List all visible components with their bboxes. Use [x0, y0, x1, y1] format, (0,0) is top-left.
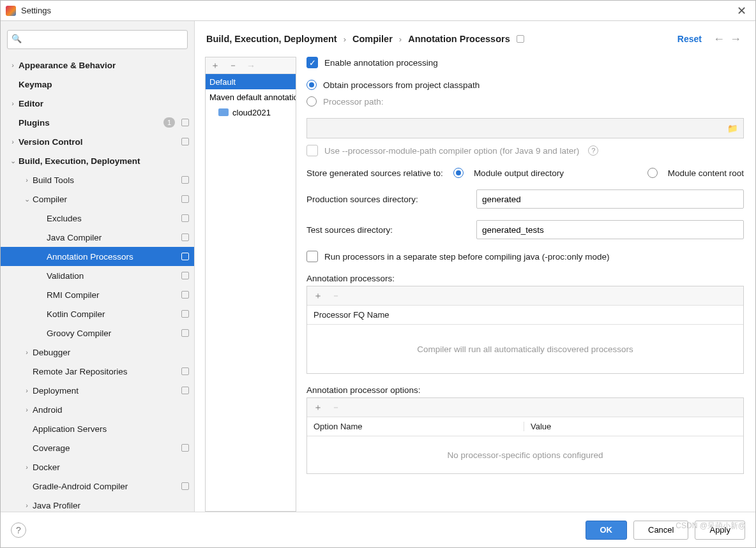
sidebar-item-android[interactable]: ›Android [1, 400, 194, 419]
module-path-label: Use --processor-module-path compiler opt… [324, 146, 579, 156]
sidebar-item-compiler[interactable]: ⌄Compiler [1, 189, 194, 209]
sidebar-item-label: Version Control [19, 137, 179, 147]
remove-icon: － [331, 402, 340, 413]
reset-link[interactable]: Reset [677, 34, 702, 44]
run-separate-checkbox[interactable] [306, 251, 318, 262]
crumb-build[interactable]: Build, Execution, Deployment [206, 34, 337, 44]
profile-item[interactable]: Maven default annotation processors prof… [206, 89, 296, 105]
project-scope-icon [181, 387, 189, 394]
sidebar-item-groovy-compiler[interactable]: Groovy Compiler [1, 323, 194, 343]
chevron-right-icon: › [21, 387, 33, 394]
prod-dir-input[interactable] [476, 189, 744, 209]
profiles-toolbar: ＋ － → [206, 57, 296, 74]
apo-header-name: Option Name [307, 422, 524, 431]
chevron-right-icon: › [7, 61, 19, 69]
sidebar-item-java-profiler[interactable]: ›Java Profiler [1, 496, 194, 512]
crumb-compiler[interactable]: Compiler [352, 34, 393, 44]
profile-label: Default [209, 77, 236, 87]
close-icon[interactable]: ✕ [733, 4, 750, 18]
sidebar-item-remote-jar-repositories[interactable]: Remote Jar Repositories [1, 362, 194, 381]
profile-label: Maven default annotation processors prof… [209, 93, 296, 102]
sidebar-item-label: Excludes [47, 214, 179, 223]
sidebar-item-gradle-android-compiler[interactable]: Gradle-Android Compiler [1, 477, 194, 496]
sidebar-item-editor[interactable]: ›Editor [1, 94, 194, 113]
sidebar-item-keymap[interactable]: Keymap [1, 75, 194, 94]
project-scope-icon [181, 176, 189, 184]
store-module-output-radio[interactable] [453, 168, 464, 178]
remove-icon[interactable]: － [229, 60, 238, 71]
help-icon[interactable]: ? [588, 145, 598, 156]
sidebar-item-label: Appearance & Behavior [19, 61, 189, 70]
enable-annotation-checkbox[interactable]: ✓ [306, 57, 318, 68]
project-scope-icon [181, 272, 189, 279]
sidebar-item-rmi-compiler[interactable]: RMI Compiler [1, 285, 194, 304]
chevron-right-icon: › [7, 138, 19, 145]
apo-header-value: Value [524, 422, 557, 431]
sidebar-item-label: Application Servers [33, 424, 189, 434]
project-scope-icon [181, 138, 189, 145]
profile-item[interactable]: cloud2021 [206, 105, 296, 120]
sidebar-item-kotlin-compiler[interactable]: Kotlin Compiler [1, 304, 194, 323]
sidebar-item-plugins[interactable]: Plugins1 [1, 113, 194, 132]
count-badge: 1 [163, 117, 175, 128]
sidebar-item-label: Debugger [33, 348, 189, 357]
folder-icon[interactable]: 📁 [727, 123, 738, 133]
obtain-classpath-label: Obtain processors from project classpath [323, 80, 480, 90]
sidebar-item-docker[interactable]: ›Docker [1, 457, 194, 477]
test-dir-input[interactable] [476, 220, 744, 239]
cancel-button[interactable]: Cancel [633, 521, 688, 540]
sidebar-item-excludes[interactable]: Excludes [1, 209, 194, 228]
sidebar-item-java-compiler[interactable]: Java Compiler [1, 228, 194, 247]
chevron-down-icon: ⌄ [21, 195, 33, 204]
profile-label: cloud2021 [232, 108, 271, 117]
obtain-classpath-radio[interactable] [306, 80, 317, 90]
sidebar-item-label: Deployment [33, 386, 179, 396]
sidebar-item-coverage[interactable]: Coverage [1, 438, 194, 457]
search-input[interactable] [7, 30, 188, 49]
search-wrapper: 🔍 [7, 30, 188, 49]
project-scope-icon [181, 329, 189, 337]
sidebar-item-deployment[interactable]: ›Deployment [1, 381, 194, 400]
sidebar-item-label: Groovy Compiler [47, 329, 179, 338]
project-scope-icon [181, 214, 189, 222]
project-scope-icon [181, 119, 189, 126]
chevron-right-icon: › [21, 348, 33, 356]
sidebar-item-debugger[interactable]: ›Debugger [1, 343, 194, 362]
project-scope-icon [181, 310, 189, 318]
sidebar-item-build-execution-deployment[interactable]: ⌄Build, Execution, Deployment [1, 151, 194, 170]
enable-annotation-label: Enable annotation processing [324, 58, 438, 68]
processor-path-field: 📁 [306, 118, 744, 138]
nav-forward-icon: → [730, 33, 741, 46]
add-icon[interactable]: ＋ [314, 290, 322, 302]
sidebar-item-appearance-behavior[interactable]: ›Appearance & Behavior [1, 56, 194, 75]
sidebar-item-label: RMI Compiler [47, 290, 179, 300]
chevron-down-icon: ⌄ [7, 157, 19, 165]
folder-icon [218, 108, 229, 116]
module-path-checkbox [306, 145, 318, 156]
add-icon[interactable]: ＋ [314, 402, 322, 413]
profile-item[interactable]: Default [206, 74, 296, 89]
help-button[interactable]: ? [11, 522, 26, 538]
store-module-content-radio[interactable] [647, 168, 658, 178]
profiles-list: DefaultMaven default annotation processo… [206, 74, 296, 511]
sidebar-item-label: Kotlin Compiler [47, 309, 179, 319]
apply-button[interactable]: Apply [695, 521, 745, 540]
add-icon[interactable]: ＋ [211, 60, 220, 71]
nav-back-icon[interactable]: ← [713, 33, 725, 46]
project-scope-icon [181, 444, 189, 452]
project-scope-icon [181, 233, 189, 241]
sidebar-item-version-control[interactable]: ›Version Control [1, 132, 194, 151]
processor-path-radio[interactable] [306, 96, 317, 107]
remove-icon: － [331, 290, 340, 302]
sidebar-item-application-servers[interactable]: Application Servers [1, 419, 194, 438]
sidebar-item-label: Compiler [33, 195, 179, 204]
project-scope-icon [181, 482, 189, 490]
sidebar-item-validation[interactable]: Validation [1, 266, 194, 285]
ok-button[interactable]: OK [586, 521, 628, 540]
chevron-right-icon: › [7, 100, 19, 107]
prod-dir-label: Production sources directory: [306, 195, 466, 204]
store-module-content-label: Module content root [668, 168, 744, 178]
sidebar-item-build-tools[interactable]: ›Build Tools [1, 170, 194, 189]
sidebar-item-annotation-processors[interactable]: Annotation Processors [1, 247, 194, 266]
crumb-annotation-processors: Annotation Processors [408, 34, 510, 44]
